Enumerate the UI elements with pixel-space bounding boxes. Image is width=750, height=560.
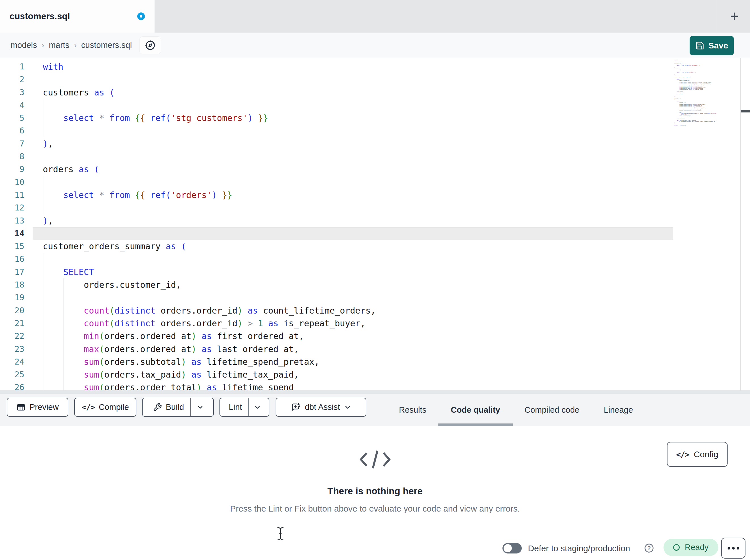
code-line[interactable]: 9orders as ( (0, 163, 750, 175)
code-line[interactable]: 11 select * from {{ ref('orders') }} (0, 189, 750, 201)
code-line[interactable]: 8 (0, 150, 750, 163)
editor-lines: 1with23customers as (45 select * from {{… (0, 60, 750, 390)
lint-label: Lint (229, 402, 242, 412)
line-number: 1 (0, 60, 24, 73)
code-line[interactable]: 20 count(distinct orders.order_id) as co… (0, 304, 750, 317)
code-line[interactable]: 13), (0, 214, 750, 227)
tab-code-quality[interactable]: Code quality (451, 394, 500, 426)
code-line[interactable]: 6 (0, 124, 750, 137)
breadcrumb-item-file[interactable]: customers.sql (81, 41, 132, 50)
tab-lineage[interactable]: Lineage (604, 394, 633, 426)
more-options-button[interactable] (721, 538, 746, 559)
status-circle-icon (673, 544, 680, 551)
code-line[interactable]: 3customers as ( (0, 86, 750, 99)
code-line[interactable]: 24 sum(orders.subtotal) as lifetime_spen… (0, 355, 750, 368)
lint-options-chevron[interactable] (249, 398, 266, 416)
code-line[interactable]: 4 (0, 99, 750, 111)
breadcrumb-item-models[interactable]: models (11, 41, 37, 50)
preview-label: Preview (29, 402, 59, 412)
wrench-icon (153, 403, 162, 412)
build-button[interactable]: Build (146, 398, 191, 416)
dots-icon (728, 547, 730, 549)
code-line[interactable]: 22 min(orders.ordered_at) as first_order… (0, 330, 750, 343)
code-line[interactable]: 14 (0, 227, 750, 240)
dbt-ide-window: customers.sql + models › marts › custome… (0, 0, 750, 560)
code-line[interactable]: 15customer_orders_summary as ( (0, 240, 750, 253)
defer-toggle[interactable] (502, 543, 522, 554)
code-line[interactable]: 17 SELECT (0, 266, 750, 278)
config-label: Config (694, 450, 718, 459)
code-line[interactable]: 21 count(distinct orders.order_id) > 1 a… (0, 317, 750, 330)
preview-button[interactable]: Preview (7, 398, 68, 417)
line-number: 3 (0, 86, 24, 99)
line-number: 26 (0, 381, 24, 390)
code-line[interactable]: 26 sum(orders.order_total) as lifetime_s… (0, 381, 750, 390)
build-label: Build (166, 402, 184, 412)
lint-split-button: Lint (219, 398, 269, 417)
line-number: 20 (0, 304, 24, 317)
build-options-chevron[interactable] (191, 398, 210, 416)
chevron-down-icon (197, 403, 204, 411)
save-icon (695, 41, 704, 50)
compass-icon (144, 39, 156, 51)
save-label: Save (708, 41, 728, 50)
tab-customers-sql[interactable]: customers.sql (0, 0, 155, 33)
line-number: 2 (0, 73, 24, 86)
line-number: 8 (0, 150, 24, 163)
pane-resize-handle[interactable] (0, 390, 750, 394)
code-line[interactable]: 1with (0, 60, 750, 73)
build-split-button: Build (142, 398, 214, 417)
empty-state-subtitle: Press the Lint or Fix button above to ev… (0, 504, 750, 514)
code-line[interactable]: 18 orders.customer_id, (0, 278, 750, 291)
code-line[interactable]: 25 sum(orders.tax_paid) as lifetime_tax_… (0, 368, 750, 381)
code-line[interactable]: 19 (0, 291, 750, 304)
editor-tab-strip: customers.sql + (0, 0, 750, 33)
code-line[interactable]: 10 (0, 176, 750, 189)
line-number: 4 (0, 99, 24, 111)
lint-button[interactable]: Lint (222, 398, 249, 416)
code-editor[interactable]: 1with23customers as (45 select * from {{… (0, 58, 750, 390)
line-number: 15 (0, 240, 24, 253)
ready-status-badge[interactable]: Ready (664, 539, 718, 556)
line-number: 10 (0, 176, 24, 189)
tab-compiled-code[interactable]: Compiled code (525, 394, 579, 426)
tab-results[interactable]: Results (399, 394, 427, 426)
code-icon (0, 447, 750, 472)
code-line[interactable]: 2 (0, 73, 750, 86)
dbt-assist-button[interactable]: dbt Assist (276, 398, 366, 417)
code-line[interactable]: 7), (0, 138, 750, 150)
breadcrumb-item-marts[interactable]: marts (49, 41, 70, 50)
line-number: 23 (0, 343, 24, 355)
table-icon (17, 403, 25, 412)
line-number: 17 (0, 266, 24, 278)
dbt-assist-label: dbt Assist (305, 402, 340, 412)
defer-label: Defer to staging/production (528, 544, 630, 553)
ibeam-cursor (276, 526, 284, 541)
chevron-down-icon (254, 403, 261, 411)
save-button[interactable]: Save (690, 36, 734, 55)
unsaved-changes-dot-icon (137, 13, 145, 20)
line-number: 24 (0, 355, 24, 368)
breadcrumb-separator: › (42, 41, 44, 50)
line-number: 7 (0, 138, 24, 150)
code-line[interactable]: 12 (0, 201, 750, 214)
line-number: 16 (0, 253, 24, 265)
breadcrumb-separator: › (74, 41, 77, 50)
toggle-knob (504, 544, 512, 552)
compile-button[interactable]: </> Compile (74, 398, 136, 417)
line-number: 22 (0, 330, 24, 343)
line-number: 18 (0, 278, 24, 291)
new-tab-button[interactable]: + (725, 6, 744, 26)
config-button[interactable]: </> Config (667, 442, 728, 467)
code-line[interactable]: 5 select * from {{ ref('stg_customers') … (0, 111, 750, 124)
code-line[interactable]: 23 max(orders.ordered_at) as last_ordere… (0, 343, 750, 355)
locate-in-tree-button[interactable] (139, 36, 161, 55)
help-icon[interactable]: ? (644, 543, 654, 554)
line-number: 12 (0, 201, 24, 214)
code-line[interactable]: 16 (0, 253, 750, 265)
status-bar: Defer to staging/production ? Ready (0, 532, 750, 560)
ready-label: Ready (685, 543, 709, 552)
breadcrumb: models › marts › customers.sql Sa (0, 33, 750, 58)
dots-icon (737, 547, 739, 549)
line-number: 13 (0, 214, 24, 227)
